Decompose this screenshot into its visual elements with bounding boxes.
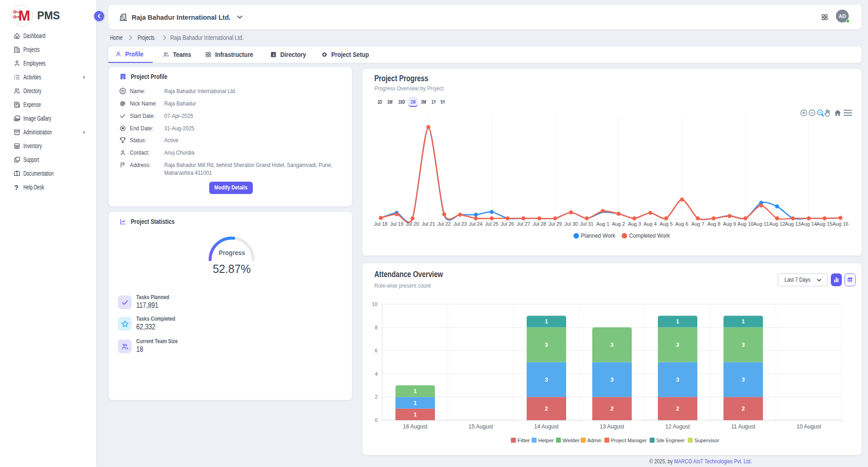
svg-text:Jul 22: Jul 22 [437,221,451,227]
svg-text:Helper: Helper [538,438,554,443]
svg-text:3: 3 [676,377,679,383]
svg-text:Fitter: Fitter [517,438,530,443]
svg-text:1: 1 [742,318,745,325]
svg-text:Jul 26: Jul 26 [501,221,514,227]
svg-text:Jul 20: Jul 20 [406,221,419,227]
svg-text:Aug 4: Aug 4 [644,221,657,227]
svg-text:Aug 14: Aug 14 [801,221,817,227]
svg-text:3: 3 [742,342,745,348]
svg-text:2: 2 [375,394,378,400]
svg-text:2: 2 [676,406,679,412]
svg-text:10 August: 10 August [796,423,821,430]
svg-text:3: 3 [611,377,614,383]
svg-text:Welder: Welder [562,438,579,443]
svg-text:4: 4 [375,371,378,377]
svg-text:2: 2 [611,406,614,412]
svg-text:Supervisor: Supervisor [695,438,719,443]
svg-text:Jul 18: Jul 18 [374,221,387,227]
svg-text:Aug 3: Aug 3 [628,221,641,227]
svg-text:3: 3 [545,377,548,383]
svg-text:Aug 11: Aug 11 [753,221,769,227]
svg-text:Site Engineer: Site Engineer [657,438,685,443]
svg-text:16 August: 16 August [403,423,428,430]
svg-text:1: 1 [545,318,548,325]
svg-text:Jul 19: Jul 19 [390,221,403,227]
svg-text:2: 2 [742,406,745,412]
svg-text:13 August: 13 August [600,423,624,430]
svg-text:Aug 5: Aug 5 [660,221,673,227]
svg-text:6: 6 [375,348,378,353]
svg-text:11 August: 11 August [731,423,756,430]
svg-text:M: M [18,8,30,24]
svg-text:Admin: Admin [587,438,601,443]
svg-text:Jul 28: Jul 28 [533,221,546,227]
svg-text:Aug 2: Aug 2 [612,221,625,227]
svg-text:3: 3 [545,342,548,348]
svg-text:3: 3 [611,342,614,348]
svg-text:Project Manager: Project Manager [611,438,647,443]
svg-text:Aug 16: Aug 16 [833,221,849,227]
svg-text:8: 8 [375,325,378,330]
svg-text:Jul 24: Jul 24 [469,221,482,227]
svg-text:Aug 6: Aug 6 [675,221,689,227]
svg-text:Jul 31: Jul 31 [580,221,593,227]
svg-text:Jul 27: Jul 27 [517,221,530,227]
svg-text:Aug 8: Aug 8 [707,221,721,227]
svg-text:2: 2 [545,406,548,412]
svg-text:Jul 21: Jul 21 [422,221,435,227]
svg-text:0: 0 [375,417,378,423]
svg-text:Jul 23: Jul 23 [453,221,467,227]
svg-text:1: 1 [414,388,417,395]
svg-text:Jul 29: Jul 29 [548,221,562,227]
svg-text:Aug 1: Aug 1 [596,221,610,227]
svg-text:Aug 13: Aug 13 [785,221,801,227]
svg-text:Jul 30: Jul 30 [564,221,578,227]
svg-text:Jul 25: Jul 25 [485,221,498,227]
svg-text:1: 1 [414,400,417,406]
svg-text:10: 10 [372,301,378,307]
svg-text:Aug 12: Aug 12 [769,221,785,227]
svg-text:Aug 7: Aug 7 [691,221,705,227]
svg-text:1: 1 [414,411,417,418]
svg-text:Aug 9: Aug 9 [723,221,736,227]
svg-text:Aug 15: Aug 15 [817,221,833,227]
svg-text:12 August: 12 August [665,423,690,430]
svg-text:1: 1 [676,318,679,325]
svg-text:15 August: 15 August [468,423,493,430]
svg-text:14 August: 14 August [534,423,559,430]
svg-text:3: 3 [676,342,679,348]
svg-text:Aug 10: Aug 10 [738,221,754,227]
svg-text:3: 3 [742,377,745,383]
